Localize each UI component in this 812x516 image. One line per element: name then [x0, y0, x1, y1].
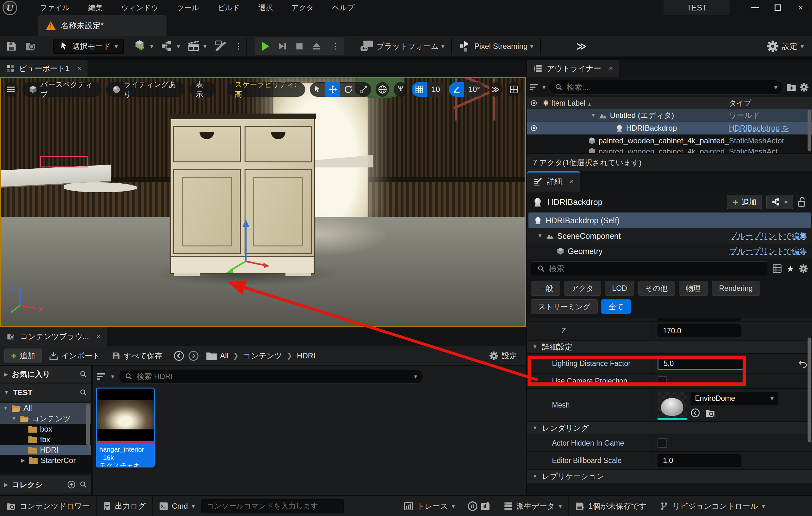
cb-add-button[interactable]: + 追加 — [4, 348, 42, 363]
move-tool[interactable] — [325, 82, 340, 97]
rotate-tool[interactable] — [340, 82, 355, 97]
menu-select[interactable]: 選択 — [259, 3, 273, 13]
chevron-down-icon[interactable]: ▾ — [774, 84, 777, 90]
tree-item-fbx[interactable]: fbx — [0, 434, 91, 445]
details-tab[interactable]: 詳細 × — [527, 171, 580, 192]
add-actor-button[interactable]: ▾ — [130, 37, 157, 56]
view-mode-dropdown[interactable]: ライティングあり — [106, 82, 185, 97]
menu-edit[interactable]: 編集 — [88, 3, 103, 13]
edit-in-blueprint-link[interactable]: ブループリントで編集 — [729, 231, 807, 241]
outliner-row-world[interactable]: ▼ Untitled (エディタ) ワールド — [527, 109, 812, 122]
prop-ldf-input[interactable] — [658, 357, 744, 370]
console-command-input[interactable] — [201, 499, 344, 513]
favorites-star-icon[interactable]: ★ — [786, 263, 794, 274]
frame-skip-button[interactable] — [274, 39, 291, 54]
breadcrumb-all[interactable]: All — [220, 351, 228, 360]
collections-header[interactable]: ▶ コレクシ — [0, 476, 91, 493]
chevron-down-icon[interactable]: ▾ — [542, 84, 546, 90]
settings-dropdown[interactable]: 設定 ▾ — [766, 40, 812, 53]
add-collection-icon[interactable] — [67, 481, 76, 489]
cmd-dropdown[interactable]: Cmd ▾ — [153, 496, 201, 516]
landscape-paint-button[interactable] — [210, 37, 231, 56]
save-level-button[interactable] — [2, 37, 21, 56]
toolbar-expand-button[interactable]: ≫ — [573, 37, 590, 56]
viewport-options-menu[interactable] — [4, 82, 18, 97]
blueprint-actions-dropdown[interactable]: ▾ — [766, 195, 793, 209]
menu-actor[interactable]: アクタ — [291, 3, 314, 13]
close-icon[interactable]: × — [609, 64, 613, 73]
search-icon[interactable] — [79, 481, 88, 489]
prop-ucp-checkbox[interactable] — [658, 376, 667, 386]
chip-rendering[interactable]: Rendering — [712, 281, 760, 295]
chip-actor[interactable]: アクタ — [564, 281, 601, 295]
mesh-asset-dropdown[interactable]: EnviroDome ▾ — [691, 392, 778, 405]
minimize-button[interactable] — [744, 0, 766, 15]
tree-item-all[interactable]: ▼ All — [0, 403, 91, 413]
tree-item-startercontent[interactable]: ▶ StarterCor — [0, 455, 91, 465]
eye-icon[interactable] — [530, 125, 538, 132]
component-self-row[interactable]: HDRIBackdrop (Self) — [528, 212, 811, 228]
prop-billboard-input[interactable] — [658, 454, 741, 467]
type-column[interactable]: タイプ — [729, 98, 812, 108]
chip-streaming[interactable]: ストリーミング — [531, 299, 598, 314]
stop-button[interactable] — [291, 39, 308, 54]
details-search-input[interactable] — [549, 264, 762, 273]
section-advanced[interactable]: ▼ 詳細設定 — [527, 341, 812, 354]
details-scrollbar[interactable] — [808, 338, 811, 442]
maximize-viewport-button[interactable] — [507, 82, 521, 97]
pixel-streaming-dropdown[interactable]: Pixel Streaming ▾ — [455, 37, 537, 56]
search-icon[interactable] — [79, 370, 88, 378]
prop-hidden-checkbox[interactable] — [658, 438, 667, 448]
chip-misc[interactable]: その他 — [638, 281, 675, 295]
viewport-3d[interactable]: Z X パースペクティブ — [0, 77, 526, 327]
section-rendering[interactable]: ▼ レンダリング — [527, 422, 812, 435]
chip-general[interactable]: 一般 — [531, 281, 560, 295]
search-icon[interactable] — [79, 389, 88, 397]
chevron-down-icon[interactable]: ▾ — [414, 373, 417, 380]
visibility-column-icon[interactable] — [530, 99, 538, 107]
chevron-down-icon[interactable]: ▾ — [111, 373, 114, 380]
breadcrumb-content[interactable]: コンテンツ — [243, 351, 282, 361]
chip-physics[interactable]: 物理 — [679, 281, 708, 295]
save-all-button[interactable]: すべて保存 — [107, 351, 167, 361]
snapshot-icon[interactable] — [480, 501, 490, 511]
session-record-icon[interactable] — [467, 501, 478, 511]
component-scene-row[interactable]: ▼ SceneComponent ブループリントで編集 — [527, 228, 812, 243]
maximize-button[interactable] — [766, 0, 789, 15]
unreal-logo-icon[interactable]: U — [3, 1, 17, 15]
outliner-row-type-link[interactable]: HDRIBackdrop を — [729, 123, 812, 133]
derived-data-dropdown[interactable]: 派生データ ▾ — [497, 496, 568, 516]
output-log-button[interactable]: 出力ログ — [97, 496, 152, 516]
gear-icon[interactable] — [799, 82, 809, 92]
add-component-button[interactable]: + 追加 — [727, 195, 762, 209]
section-replication[interactable]: ▼ レプリケーション — [527, 470, 812, 483]
outliner-row-cabinet[interactable]: painted_wooden_cabinet_4k_painted_ Stati… — [527, 135, 812, 147]
chip-all[interactable]: 全て — [601, 299, 631, 314]
play-options-menu[interactable]: ⋮ — [325, 39, 342, 54]
asset-hangar-interior-16k[interactable]: hangar_interior _16k テクスチャキュ... — [96, 388, 155, 467]
breadcrumb-hdri[interactable]: HDRI — [297, 351, 316, 360]
item-label-column[interactable]: Item Label ▲ — [551, 99, 729, 108]
trace-dropdown[interactable]: トレース ▾ — [398, 496, 461, 516]
close-icon[interactable]: × — [97, 333, 101, 341]
import-button[interactable]: インポート — [45, 351, 105, 361]
show-dropdown[interactable]: 表示 — [190, 82, 216, 97]
scale-tool[interactable] — [356, 82, 371, 97]
unsaved-indicator-button[interactable]: 1個が未保存です — [569, 496, 653, 516]
unlock-icon[interactable] — [798, 197, 807, 207]
close-button[interactable]: × — [789, 0, 812, 15]
cb-settings-button[interactable]: 設定 — [485, 351, 521, 361]
content-drawer-button[interactable]: コンテンツドロワー — [0, 496, 96, 516]
toolbar-overflow-menu[interactable]: ⋮ — [231, 37, 243, 56]
close-icon[interactable]: × — [78, 64, 82, 73]
level-tab-untitled[interactable]: 名称未設定* — [38, 15, 167, 36]
eject-button[interactable] — [308, 39, 325, 54]
browse-to-asset-icon[interactable] — [705, 408, 715, 418]
world-local-toggle[interactable] — [376, 82, 389, 97]
menu-build[interactable]: ビルド — [218, 3, 240, 13]
editor-mode-dropdown[interactable]: 選択モード ▾ — [53, 39, 124, 54]
outliner-row-hdribackdrop[interactable]: HDRIBackdrop HDRIBackdrop を — [527, 122, 812, 135]
surface-snapping-button[interactable] — [394, 82, 407, 97]
close-icon[interactable]: × — [570, 177, 574, 185]
tree-item-hdri[interactable]: HDRI — [0, 445, 91, 455]
